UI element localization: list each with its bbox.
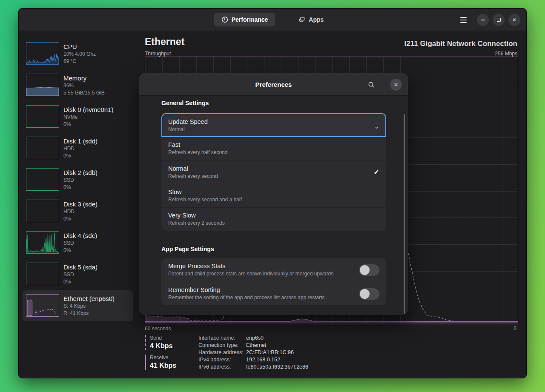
detail-label: IPv4 address: <box>198 356 246 363</box>
time-axis-right: 0 <box>513 326 516 332</box>
sidebar-item-line1: SSD <box>63 177 98 184</box>
toggle-knob <box>360 289 370 299</box>
preferences-dialog: Preferences ✕ General Settings Update Sp… <box>139 73 408 315</box>
update-speed-options: Fast Refresh every half second Normal Re… <box>161 137 386 231</box>
detail-row: Hardware address: 2C:FD:A1:BB:1C:96 <box>198 349 308 356</box>
option-title: Normal <box>168 164 379 173</box>
switch-subtitle: Parent and child process stats are shown… <box>168 270 379 277</box>
view-switcher: Performance Apps <box>214 13 331 26</box>
option-subtitle: Refresh every second <box>168 173 379 180</box>
check-icon: ✓ <box>374 168 379 176</box>
close-button[interactable]: ✕ <box>508 14 520 26</box>
sidebar-item-disk1[interactable]: Disk 1 (sdd) HDD 0% <box>23 133 133 163</box>
option-very-slow[interactable]: Very Slow Refresh every 2 seconds <box>161 207 386 231</box>
app-window: Performance Apps ✕ <box>18 8 527 378</box>
minimize-button[interactable] <box>477 14 489 26</box>
detail-value: fe80::a50a:f632:3b7f:2e86 <box>246 363 308 371</box>
detail-row: IPv4 address: 192.168.0.152 <box>198 356 308 363</box>
sidebar-item-line2: 0% <box>63 247 97 254</box>
titlebar: Performance Apps ✕ <box>19 9 526 31</box>
tab-apps-label: Apps <box>309 16 324 23</box>
window-controls: ✕ <box>457 9 520 31</box>
chevron-down-icon: ⌄ <box>374 123 379 130</box>
option-title: Very Slow <box>168 211 379 220</box>
toggle-knob <box>360 265 370 275</box>
detail-label: Connection type: <box>198 342 246 349</box>
close-icon: ✕ <box>512 17 516 23</box>
detail-value: Ethernet <box>246 342 266 349</box>
sidebar-item-title: Disk 3 (sde) <box>63 200 98 208</box>
merge-process-stats-toggle[interactable] <box>359 264 379 276</box>
sidebar-item-title: Disk 2 (sdb) <box>63 169 98 177</box>
sidebar-item-memory[interactable]: Memory 36% 5.55 GiB/15.5 GiB <box>23 70 133 100</box>
maximize-icon <box>497 18 501 22</box>
dialog-close-button[interactable]: ✕ <box>390 79 402 91</box>
sidebar-item-title: CPU <box>63 43 96 51</box>
dialog-title: Preferences <box>255 81 292 88</box>
maximize-button[interactable] <box>493 14 505 26</box>
send-value: 4 Kbps <box>150 341 172 350</box>
interface-details: Interface name: enp6s0 Connection type: … <box>198 335 308 371</box>
sidebar-item-line2: 0% <box>63 121 114 128</box>
receive-legend: Receive 41 Kbps <box>145 355 176 370</box>
dialog-scrollbar[interactable] <box>404 114 405 314</box>
disk3-mini-graph <box>26 200 59 222</box>
sidebar-item-title: Ethernet (enp6s0) <box>63 295 115 303</box>
receive-label: Receive <box>150 355 176 361</box>
dialog-header: Preferences ✕ <box>139 73 408 96</box>
throughput-label: Throughput <box>145 51 171 57</box>
sidebar-item-ethernet[interactable]: Ethernet (enp6s0) S: 4 Kbps R: 41 Kbps <box>23 290 133 321</box>
update-speed-title: Update Speed <box>168 117 379 126</box>
send-label: Send <box>150 335 172 341</box>
sidebar-item-line1: HDD <box>63 208 98 215</box>
detail-value: 2C:FD:A1:BB:1C:96 <box>246 349 294 356</box>
detail-row: Connection type: Ethernet <box>198 342 308 349</box>
sidebar-item-line2: 5.55 GiB/15.5 GiB <box>63 89 105 97</box>
detail-row: Interface name: enp6s0 <box>198 335 308 342</box>
detail-row: IPv6 address: fe80::a50a:f632:3b7f:2e86 <box>198 363 308 371</box>
update-speed-dropdown[interactable]: Update Speed Normal ⌄ <box>161 113 386 137</box>
option-subtitle: Refresh every half second <box>168 149 379 156</box>
sidebar-item-line2: 0% <box>63 215 98 223</box>
option-slow[interactable]: Slow Refresh every second and a half <box>161 184 386 207</box>
option-fast[interactable]: Fast Refresh every half second <box>161 137 386 160</box>
tab-apps[interactable]: Apps <box>291 13 331 26</box>
sidebar: CPU 10% 4.00 Ghz 69 °C Memory 36% 5.55 G… <box>19 31 145 378</box>
detail-value: 192.168.0.152 <box>246 356 280 363</box>
app-settings-card: Merge Process Stats Parent and child pro… <box>161 258 386 305</box>
sidebar-item-disk5[interactable]: Disk 5 (sda) SSD 0% <box>23 259 133 289</box>
sidebar-item-line2: 0% <box>63 152 98 160</box>
sidebar-item-title: Disk 1 (sdd) <box>63 137 98 145</box>
detail-label: IPv6 address: <box>198 363 246 371</box>
app-page-settings-heading: App Page Settings <box>161 246 214 252</box>
sidebar-item-line1: NVMe <box>63 114 114 121</box>
sidebar-item-line2: 0% <box>63 278 98 286</box>
sidebar-item-disk0[interactable]: Disk 0 (nvme0n1) NVMe 0% <box>23 101 133 132</box>
sidebar-item-title: Memory <box>63 74 105 82</box>
receive-value: 41 Kbps <box>150 361 176 370</box>
menu-icon[interactable] <box>457 14 470 26</box>
sidebar-item-disk4[interactable]: Disk 4 (sdc) SSD 0% <box>23 227 133 258</box>
tab-performance[interactable]: Performance <box>214 13 275 26</box>
disk1-mini-graph <box>26 137 59 159</box>
detail-label: Hardware address: <box>198 349 246 356</box>
sidebar-item-disk3[interactable]: Disk 3 (sde) HDD 0% <box>23 196 133 226</box>
memory-mini-graph <box>26 74 59 96</box>
remember-sorting-toggle[interactable] <box>359 288 379 300</box>
sidebar-item-line2: 69 °C <box>63 58 96 65</box>
sidebar-item-line1: 36% <box>63 82 105 89</box>
minimize-icon <box>481 20 485 20</box>
sidebar-item-line1: S: 4 Kbps <box>63 303 115 310</box>
sidebar-item-line1: 10% 4.00 Ghz <box>63 51 96 58</box>
sidebar-item-disk2[interactable]: Disk 2 (sdb) SSD 0% <box>23 164 133 195</box>
general-settings-heading: General Settings <box>161 100 209 106</box>
merge-process-stats-row[interactable]: Merge Process Stats Parent and child pro… <box>161 258 386 282</box>
sidebar-item-line1: HDD <box>63 145 98 152</box>
sidebar-item-cpu[interactable]: CPU 10% 4.00 Ghz 69 °C <box>23 38 133 69</box>
option-subtitle: Refresh every second and a half <box>168 196 379 203</box>
option-title: Fast <box>168 140 379 149</box>
remember-sorting-row[interactable]: Remember Sorting Remember the sorting of… <box>161 282 386 305</box>
switch-subtitle: Remember the sorting of the app and proc… <box>168 294 379 301</box>
search-button[interactable] <box>365 79 377 91</box>
option-normal[interactable]: Normal Refresh every second ✓ <box>161 160 386 184</box>
